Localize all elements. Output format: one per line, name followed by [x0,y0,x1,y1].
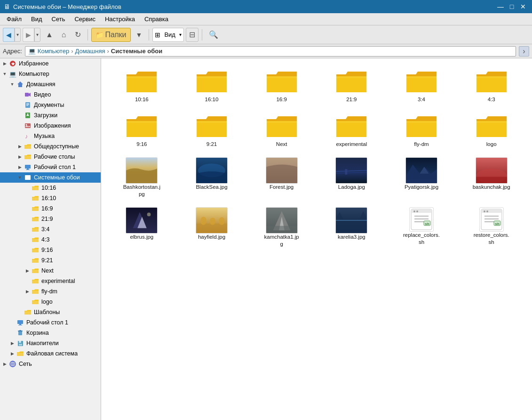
sidebar-item-video[interactable]: Видео [0,89,101,100]
folder-item-fnext[interactable]: Next [247,110,316,151]
file-item-elbrus[interactable]: elbrus.jpg [108,204,176,250]
addr-nav-button[interactable]: › [519,46,529,57]
folder-thumb-f916 [126,113,158,139]
forward-button[interactable]: ▶ [23,28,34,42]
sidebar-item-f34[interactable]: 3:4 [0,224,101,234]
menu-item-вид[interactable]: Вид [26,14,47,24]
file-item-bashkortostan[interactable]: Bashkortostan.jpg [108,154,176,201]
sidebar-item-shared[interactable]: Общедоступные [0,141,101,152]
file-item-kamchatka1[interactable]: kamchatka1.jpg [247,204,316,250]
home-button[interactable]: ⌂ [58,28,70,42]
folder-item-flogo[interactable]: logo [457,110,525,151]
file-item-restore_colors[interactable]: sh restore_colors.sh [457,204,525,250]
file-item-blacksea[interactable]: BlackSea.jpg [178,154,246,201]
view-dropdown-button[interactable]: ▾ [177,32,183,37]
sidebar-item-fnext[interactable]: Next [0,266,101,276]
folder-item-f1010[interactable]: 10:16 [108,65,176,106]
tree-toggle-desktops[interactable] [16,152,24,162]
tree-toggle-shared[interactable] [16,141,24,152]
file-item-karelia3[interactable]: karelia3.jpg [318,204,386,250]
view-control: ⊞ Вид ▾ [152,28,184,42]
folder-item-f1610[interactable]: 16:10 [178,65,246,106]
refresh-button[interactable]: ↻ [71,28,84,42]
minimize-button[interactable]: — [495,1,506,12]
sidebar-item-f921[interactable]: 9:21 [0,255,101,266]
tree-toggle-favorites[interactable] [1,58,8,69]
sidebar-item-home[interactable]: Домашняя [0,79,101,89]
folders-button[interactable]: 📁 Папки [91,28,131,42]
svg-point-17 [26,176,27,178]
sidebar-item-fs[interactable]: Файловая система [0,348,101,359]
filter-button[interactable]: ▼ [133,28,146,42]
file-item-ladoga[interactable]: Ladoga.jpg [318,154,386,201]
folder-item-fflydm[interactable]: fly-dm [388,110,456,151]
sidebar-item-fflydm[interactable]: fly-dm [0,286,101,297]
toolbar: ◀ ▾ ▶ ▾ ▲ ⌂ ↻ 📁 Папки ▼ ⊞ Вид ▾ ⊟ 🔍 [0,25,532,44]
titlebar: 🖥 Системные обои – Менеджер файлов — □ ✕ [0,0,532,13]
sidebar-item-music[interactable]: ♪Музыка [0,131,101,141]
sidebar-item-downloads[interactable]: Загрузки [0,110,101,121]
up-button[interactable]: ▲ [42,28,56,42]
sidebar-item-desktops[interactable]: Рабочие столы [0,152,101,162]
panel-toggle-button[interactable]: ⊟ [186,28,199,42]
menu-item-справка[interactable]: Справка [140,14,173,24]
sidebar-item-wallpapers[interactable]: Системные обои [0,172,101,183]
sidebar-item-desktop1b[interactable]: Рабочий стол 1 [0,317,101,328]
folder-item-f916[interactable]: 9:16 [108,110,176,151]
file-item-forest[interactable]: Forest.jpg [247,154,316,201]
tree-toggle-computer[interactable] [1,69,8,79]
tree-toggle-home[interactable] [8,79,16,89]
file-item-baskunchak[interactable]: baskunchak.jpg [457,154,525,201]
menu-item-файл[interactable]: Файл [2,14,26,24]
sidebar-item-fexp[interactable]: experimental [0,276,101,286]
maximize-button[interactable]: □ [507,1,517,12]
sidebar-label-templates: Шаблоны [34,309,60,315]
sidebar-item-desktop1[interactable]: Рабочий стол 1 [0,162,101,172]
sidebar-item-templates[interactable]: Шаблоны [0,307,101,317]
sidebar-label-fnext: Next [41,267,54,274]
forward-dropdown[interactable]: ▾ [34,28,40,42]
menu-item-настройка[interactable]: Настройка [100,14,140,24]
tree-toggle-fs[interactable] [8,348,16,359]
sidebar-item-flogo[interactable]: logo [0,297,101,307]
tree-toggle-wallpapers[interactable] [16,172,24,183]
back-button[interactable]: ◀ [3,28,15,42]
sidebar-item-drives[interactable]: Накопители [0,338,101,348]
search-button[interactable]: 🔍 [206,28,222,42]
close-button[interactable]: ✕ [518,1,528,12]
svg-rect-15 [26,170,30,170]
sidebar-item-favorites[interactable]: ★Избранное [0,58,101,69]
folder-item-fexp[interactable]: experimental [318,110,386,151]
sidebar-item-f43[interactable]: 4:3 [0,234,101,245]
menu-item-сервис[interactable]: Сервис [70,14,100,24]
tree-toggle-fnext[interactable] [24,266,31,276]
folder-item-f43[interactable]: 4:3 [457,65,525,106]
sidebar-item-f916[interactable]: 9:16 [0,245,101,255]
tree-toggle-net[interactable] [1,359,8,369]
folder-item-f34[interactable]: 3:4 [388,65,456,106]
sidebar-item-images[interactable]: Изображения [0,121,101,131]
tree-toggle-fflydm[interactable] [24,286,31,297]
sidebar-item-net[interactable]: Сеть [0,359,101,369]
sidebar-item-f1010[interactable]: 10:16 [0,183,101,193]
file-item-replace_colors[interactable]: sh replace_colors.sh [388,204,456,250]
file-item-pyatigorsk[interactable]: Pyatigorsk.jpg [388,154,456,201]
addr-crumb-home[interactable]: Домашняя [75,48,105,55]
sidebar-item-f219[interactable]: 21:9 [0,214,101,224]
back-dropdown[interactable]: ▾ [15,28,21,42]
tree-toggle-desktop1[interactable] [16,162,24,172]
file-label-pyatigorsk: Pyatigorsk.jpg [405,184,438,191]
sidebar-item-docs[interactable]: Документы [0,100,101,110]
sidebar-item-trash[interactable]: Корзина [0,328,101,338]
sidebar-item-f169[interactable]: 16:9 [0,203,101,214]
folder-item-f219[interactable]: 21:9 [318,65,386,106]
file-item-hayfield[interactable]: hayfield.jpg [178,204,246,250]
folder-item-f169[interactable]: 16:9 [247,65,316,106]
addr-crumb-computer[interactable]: Компьютер [38,48,69,55]
menu-item-сеть[interactable]: Сеть [47,14,70,24]
sidebar-item-f1610[interactable]: 16:10 [0,193,101,203]
tree-toggle-drives[interactable] [8,338,16,348]
svg-rect-22 [18,331,22,335]
sidebar-item-computer[interactable]: 💻Компьютер [0,69,101,79]
folder-item-f921[interactable]: 9:21 [178,110,246,151]
